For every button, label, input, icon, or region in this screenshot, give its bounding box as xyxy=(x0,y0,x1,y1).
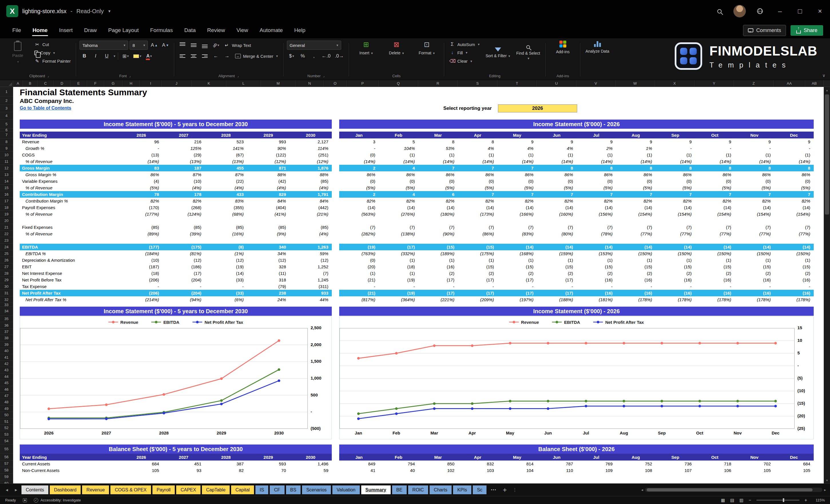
row-revenue[interactable]: Revenue962165239932,127 xyxy=(20,138,332,145)
row-net-profit-after-tax[interactable]: (817%)(364%)(221%)(209%)(197%)(188%)(181… xyxy=(339,296,814,303)
row-net-profit-after-tax[interactable]: Net Profit After Tax(206)(204)(33)238933 xyxy=(20,290,332,296)
cell[interactable]: 86% xyxy=(656,171,695,178)
horizontal-scroll-thumb[interactable] xyxy=(647,488,813,492)
search-button[interactable] xyxy=(709,0,729,22)
cell[interactable]: (154%) xyxy=(774,211,814,217)
row-cogs[interactable]: (0)(1)(1)(1)(1)(1)(1)(1)(1)(1)(1)(1) xyxy=(339,152,814,158)
cell[interactable]: 794 xyxy=(379,461,418,467)
row-header-27[interactable]: 27 xyxy=(0,263,13,270)
sheet-tab-sc[interactable]: Sc xyxy=(473,485,487,495)
cell[interactable]: (19) xyxy=(379,290,418,296)
cell[interactable]: 7 xyxy=(458,191,498,198)
cell[interactable]: (10) xyxy=(120,257,162,263)
menu-tab-review[interactable]: Review xyxy=(202,24,230,36)
menu-tab-help[interactable]: Help xyxy=(289,24,310,36)
wrap-text-button[interactable]: ↵Wrap Text xyxy=(222,41,253,49)
copy-button[interactable]: Copy▾ xyxy=(33,49,72,56)
cell[interactable]: 328 xyxy=(247,263,289,270)
cell[interactable]: (85) xyxy=(247,224,289,230)
accounting-format-button[interactable]: $▾ xyxy=(287,52,296,61)
cell[interactable] xyxy=(339,237,379,244)
cell[interactable]: (12) xyxy=(205,257,247,263)
merge-center-button[interactable]: ↔Merge & Center▾ xyxy=(233,53,280,60)
cell[interactable]: (178%) xyxy=(616,296,656,303)
row-header-5[interactable]: 5 xyxy=(0,120,13,129)
row-header-48[interactable]: 48 xyxy=(0,399,13,405)
cell[interactable] xyxy=(735,217,774,224)
cell[interactable]: (14) xyxy=(418,204,458,211)
cell[interactable]: 736 xyxy=(656,461,695,467)
row-ebitda[interactable]: EBITDA %(184%)(81%)(1%)34%59% xyxy=(20,250,332,257)
cell[interactable]: (204) xyxy=(162,290,205,296)
cell[interactable]: (2) xyxy=(498,270,537,277)
cell[interactable]: (1) xyxy=(656,152,695,158)
cell[interactable]: (154%) xyxy=(656,211,695,217)
cell[interactable]: (14) xyxy=(695,204,734,211)
sheet-tab-cf[interactable]: CF xyxy=(269,485,285,495)
row-header-44[interactable]: 44 xyxy=(0,374,13,380)
cell[interactable]: (12%) xyxy=(247,158,289,165)
row-variable-expenses[interactable]: Variable Expenses(4)(10)(22)(42)(85) xyxy=(20,178,332,185)
cell[interactable]: (10) xyxy=(162,178,205,185)
cell[interactable] xyxy=(577,217,616,224)
cell[interactable]: (5%) xyxy=(577,185,616,191)
cell[interactable]: (90%) xyxy=(418,230,458,237)
cell[interactable]: 523 xyxy=(205,138,247,145)
menu-tab-data[interactable]: Data xyxy=(179,24,200,36)
cell[interactable]: (15) xyxy=(458,244,498,250)
toc-link[interactable]: Go to Table of Contents xyxy=(20,105,71,111)
number-format-select[interactable]: General▾ xyxy=(287,41,341,50)
cell[interactable]: 84% xyxy=(289,198,332,204)
sheet-tab-capital[interactable]: Capital xyxy=(231,485,254,495)
cell[interactable]: 93 xyxy=(162,467,205,474)
cell[interactable]: (1) xyxy=(379,257,418,263)
cell[interactable]: (5%) xyxy=(339,185,379,191)
cell[interactable]: (204) xyxy=(162,277,205,283)
row-header-41[interactable]: 41 xyxy=(0,354,13,360)
row-header-31[interactable]: 31 xyxy=(0,290,13,296)
bold-button[interactable]: B xyxy=(79,52,89,61)
row-header-45[interactable]: 45 xyxy=(0,380,13,386)
clear-button[interactable]: ⌫Clear▾ xyxy=(448,57,481,65)
comments-button[interactable]: Comments xyxy=(743,25,786,36)
cell[interactable]: 4% xyxy=(537,145,576,152)
row-gross-margin[interactable]: Gross Margin831874558711,876 xyxy=(20,165,332,171)
cell[interactable]: (5%) xyxy=(656,185,695,191)
cell[interactable]: (15) xyxy=(616,263,656,270)
column-header-J[interactable]: J xyxy=(162,80,192,87)
cell[interactable]: 9 xyxy=(616,138,656,145)
cell[interactable]: (33) xyxy=(205,290,247,296)
cell[interactable]: (442) xyxy=(289,204,332,211)
cell[interactable]: 7 xyxy=(577,191,616,198)
cell[interactable]: (1) xyxy=(616,257,656,263)
sheet-tab-roic[interactable]: ROIC xyxy=(408,485,428,495)
cell[interactable]: (14) xyxy=(498,244,537,250)
cell[interactable]: (11) xyxy=(247,270,289,277)
row-header-2[interactable]: 2 xyxy=(0,97,13,105)
cell[interactable] xyxy=(289,217,332,224)
row-of-revenue[interactable]: (563%)(276%)(180%)(173%)(166%)(160%)(156… xyxy=(339,211,814,217)
cell[interactable]: (12) xyxy=(162,257,205,263)
cell[interactable]: (5%) xyxy=(498,185,537,191)
cell[interactable]: (7) xyxy=(498,224,537,230)
cell[interactable]: (14) xyxy=(735,204,774,211)
cell[interactable]: (21%) xyxy=(289,211,332,217)
cell[interactable]: (5%) xyxy=(735,185,774,191)
row-net-profit-after-tax[interactable]: Net Profit After Tax %(214%)(94%)(6%)24%… xyxy=(20,296,332,303)
cell[interactable]: 9 xyxy=(577,138,616,145)
sheet-nav-right[interactable]: ▸ xyxy=(12,487,20,493)
cell[interactable]: (1) xyxy=(458,152,498,158)
cell[interactable]: (19) xyxy=(205,263,247,270)
row-header-21[interactable]: 21 xyxy=(0,224,13,230)
cell[interactable]: (14%) xyxy=(498,158,537,165)
cell[interactable]: (85) xyxy=(289,178,332,185)
cell[interactable]: (20) xyxy=(339,263,379,270)
column-header-N[interactable]: N xyxy=(296,80,324,87)
cell[interactable]: 8 xyxy=(537,165,576,171)
add-ins-button[interactable]: Add-ins xyxy=(549,41,577,54)
cell[interactable]: (13%) xyxy=(205,158,247,165)
cell[interactable]: (1) xyxy=(656,257,695,263)
cell[interactable]: 933 xyxy=(289,290,332,296)
cell[interactable]: 7 xyxy=(458,165,498,171)
share-button[interactable]: Share xyxy=(791,25,823,36)
